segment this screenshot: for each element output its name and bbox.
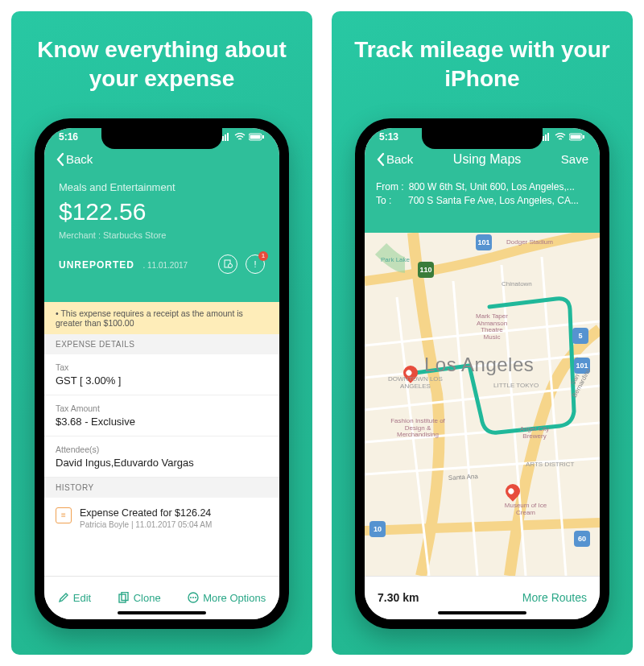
battery-icon	[249, 133, 265, 141]
page-title: Using Maps	[453, 152, 521, 167]
back-label: Back	[386, 152, 413, 166]
map-poi: Angel City Brewery	[514, 426, 555, 441]
status-time: 5:16	[59, 131, 78, 143]
map-poi: LITTLE TOKYO	[493, 383, 539, 390]
section-header-history: HISTORY	[44, 478, 279, 498]
home-indicator[interactable]	[438, 611, 526, 614]
highway-shield: 110	[418, 262, 434, 278]
panel-headline: Track mileage with your iPhone	[348, 35, 617, 94]
save-button[interactable]: Save	[561, 152, 588, 166]
chevron-left-icon	[56, 152, 64, 167]
route-line	[365, 233, 600, 576]
svg-point-14	[195, 597, 196, 598]
phone-frame: 5:16 Back Meals and Entertainment $122.5…	[35, 118, 289, 629]
status-icons	[540, 131, 585, 143]
panel-headline: Know everything about your expense	[27, 35, 296, 94]
nav-bar: Back Using Maps Save	[365, 152, 600, 167]
field-label: Tax Amount	[56, 403, 268, 413]
warning-banner: • This expense requires a receipt as the…	[44, 302, 279, 334]
map-poi: Fashion Institute of Design & Merchandis…	[387, 418, 448, 439]
svg-rect-2	[225, 134, 226, 141]
home-indicator[interactable]	[118, 611, 206, 614]
more-routes-button[interactable]: More Routes	[522, 591, 587, 604]
map-poi: Santa Ana	[448, 474, 478, 482]
notch	[422, 128, 543, 149]
field-label: Tax	[56, 362, 268, 372]
svg-rect-3	[227, 133, 229, 141]
map-poi: Park Lake	[381, 257, 410, 264]
merchant-label: Merchant : Starbucks Store	[59, 230, 265, 240]
to-field[interactable]: To :700 S Santa Fe Ave, Los Angeles, CA.…	[376, 195, 588, 206]
highway-shield: 5	[572, 328, 588, 344]
more-options-button[interactable]: More Options	[188, 592, 266, 604]
wifi-icon	[234, 133, 246, 141]
svg-rect-5	[250, 134, 261, 139]
svg-rect-17	[545, 134, 547, 141]
battery-icon	[569, 133, 585, 141]
map-poi: Chinatown	[502, 281, 532, 288]
map-view[interactable]: 101 110 5 101 10 60 Los Angeles Dodger S…	[365, 233, 600, 576]
nav-bar: Back	[44, 152, 279, 167]
section-header-details: EXPENSE DETAILS	[44, 334, 279, 354]
status-badge: UNREPORTED	[59, 259, 134, 271]
status-time: 5:13	[379, 131, 398, 143]
svg-rect-1	[222, 136, 224, 141]
highway-shield: 10	[369, 521, 386, 537]
screen-map: 5:13 Back Using Maps Save From :800 W 6t…	[365, 128, 600, 619]
screen-expense: 5:16 Back Meals and Entertainment $122.5…	[44, 128, 279, 619]
svg-rect-10	[122, 593, 128, 601]
from-field[interactable]: From :800 W 6th St, Unit 600, Los Angele…	[376, 181, 588, 192]
appstore-panel-mileage: Track mileage with your iPhone 5:13 Back…	[332, 11, 633, 655]
clone-icon	[118, 592, 130, 603]
map-poi: DOWNTOWN LOS ANGELES	[387, 376, 444, 391]
wifi-icon	[555, 133, 566, 141]
more-icon	[188, 592, 199, 603]
map-poi: Dodger Stadium	[506, 239, 553, 246]
back-button[interactable]: Back	[376, 152, 413, 167]
back-button[interactable]: Back	[56, 152, 93, 167]
history-item[interactable]: ≡ Expense Created for $126.24 Patricia B…	[44, 498, 279, 539]
map-city-label: Los Angeles	[424, 354, 534, 376]
history-subtitle: Patricia Boyle | 11.01.2017 05:04 AM	[80, 520, 212, 529]
field-value: GST [ 3.00% ]	[56, 374, 268, 387]
svg-rect-6	[262, 135, 264, 139]
svg-point-13	[192, 597, 194, 598]
category-label: Meals and Entertainment	[59, 181, 265, 193]
field-attendees: Attendee(s) David Ingus,Eduvardo Vargas	[44, 436, 279, 478]
field-value: David Ingus,Eduvardo Vargas	[56, 457, 268, 469]
field-value: $3.68 - Exclusive	[56, 416, 268, 428]
map-poi: ARTS DISTRICT	[526, 461, 574, 469]
phone-frame: 5:13 Back Using Maps Save From :800 W 6t…	[355, 118, 609, 629]
back-label: Back	[66, 152, 93, 166]
history-title: Expense Created for $126.24	[80, 507, 212, 519]
svg-rect-18	[547, 133, 549, 141]
field-tax-amount: Tax Amount $3.68 - Exclusive	[44, 395, 279, 436]
svg-rect-16	[543, 136, 544, 141]
map-poi: Museum of Ice Cream	[503, 503, 548, 517]
svg-rect-9	[119, 594, 126, 602]
alert-count-badge: 1	[258, 251, 268, 261]
field-label: Attendee(s)	[56, 445, 268, 454]
svg-point-12	[190, 597, 192, 598]
highway-shield: 60	[574, 531, 590, 547]
chevron-left-icon	[376, 152, 385, 167]
svg-rect-21	[583, 135, 584, 139]
map-poi: Mark TaperAhmanson TheatreMusic	[468, 313, 516, 341]
alerts-button[interactable]: ! 1	[246, 254, 265, 274]
notch	[101, 128, 222, 149]
edit-button[interactable]: Edit	[58, 592, 91, 604]
distance-value: 7.30 km	[378, 591, 419, 604]
status-date: . 11.01.2017	[142, 261, 188, 270]
amount-value: $122.56	[59, 198, 265, 225]
svg-point-8	[228, 264, 232, 268]
attach-receipt-button[interactable]	[218, 254, 237, 274]
status-icons	[220, 131, 265, 143]
pencil-icon	[58, 592, 69, 603]
clone-button[interactable]: Clone	[118, 592, 161, 604]
receipt-icon	[224, 259, 233, 268]
field-tax: Tax GST [ 3.00% ]	[44, 354, 279, 395]
svg-rect-20	[571, 134, 581, 139]
highway-shield: 101	[476, 234, 492, 250]
document-icon: ≡	[56, 507, 72, 523]
appstore-panel-expense: Know everything about your expense 5:16 …	[11, 11, 312, 655]
